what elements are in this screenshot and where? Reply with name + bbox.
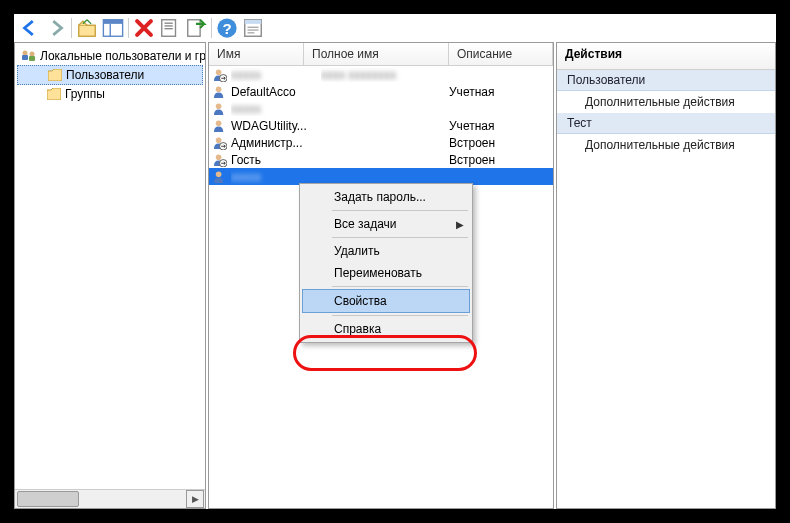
toolbar: ? — [14, 14, 776, 42]
tree-hscrollbar[interactable]: ▶ — [15, 489, 205, 508]
actions-group-users[interactable]: Пользователи — [557, 70, 775, 91]
forward-button[interactable] — [44, 16, 68, 40]
cell-description: Учетная — [449, 119, 553, 133]
svg-rect-6 — [165, 25, 173, 26]
svg-rect-0 — [79, 25, 96, 36]
cell-description: Учетная — [449, 85, 553, 99]
column-description[interactable]: Описание — [449, 43, 553, 65]
menu-separator — [332, 315, 468, 316]
menu-separator — [332, 237, 468, 238]
cell-name: DefaultAcco — [231, 85, 321, 99]
svg-rect-17 — [22, 55, 28, 60]
menu-properties[interactable]: Свойства — [302, 289, 470, 313]
column-fullname[interactable]: Полное имя — [304, 43, 449, 65]
svg-rect-15 — [248, 32, 255, 33]
svg-point-18 — [30, 52, 35, 57]
tree-item-groups[interactable]: Группы — [17, 85, 203, 103]
svg-rect-19 — [29, 56, 35, 61]
tree-item-label: Группы — [65, 87, 105, 101]
cell-name: WDAGUtility... — [231, 119, 321, 133]
user-icon — [213, 136, 227, 150]
svg-rect-12 — [245, 20, 262, 24]
scrollbar-thumb[interactable] — [17, 491, 79, 507]
cell-description: Встроен — [449, 136, 553, 150]
cell-name: xxxxx — [231, 102, 321, 116]
tree-pane: Локальные пользователи и группы Пользова… — [14, 42, 206, 509]
show-hide-button[interactable] — [101, 16, 125, 40]
tree-root[interactable]: Локальные пользователи и группы — [17, 47, 203, 65]
user-row[interactable]: xxxxxxxxx xxxxxxxx — [209, 66, 553, 83]
scrollbar-right-arrow[interactable]: ▶ — [186, 490, 204, 508]
context-menu: Задать пароль... Все задачи ▶ Удалить Пе… — [299, 183, 473, 343]
svg-rect-13 — [248, 27, 259, 28]
svg-rect-5 — [165, 23, 173, 24]
list-pane: Имя Полное имя Описание xxxxxxxxx xxxxxx… — [208, 42, 554, 509]
back-button[interactable] — [18, 16, 42, 40]
cell-name: Гость — [231, 153, 321, 167]
svg-rect-14 — [248, 29, 259, 30]
delete-button[interactable] — [132, 16, 156, 40]
user-row[interactable]: xxxxx — [209, 100, 553, 117]
user-row[interactable]: WDAGUtility...Учетная — [209, 117, 553, 134]
actions-pane: Действия Пользователи Дополнительные дей… — [556, 42, 776, 509]
actions-more-1[interactable]: Дополнительные действия — [557, 91, 775, 113]
toolbar-sep — [128, 18, 129, 38]
svg-rect-8 — [188, 20, 200, 37]
submenu-arrow-icon: ▶ — [456, 219, 464, 230]
tree-item-label: Пользователи — [66, 68, 144, 82]
tree-item-users[interactable]: Пользователи — [17, 65, 203, 85]
users-groups-icon — [21, 49, 37, 63]
user-icon — [213, 153, 227, 167]
list-header: Имя Полное имя Описание — [209, 43, 553, 66]
svg-rect-7 — [165, 28, 173, 29]
svg-point-23 — [216, 103, 222, 109]
cell-name: xxxxx — [231, 68, 321, 82]
list-body: xxxxxxxxx xxxxxxxxDefaultAccoУчетнаяxxxx… — [209, 66, 553, 185]
actions-group-test[interactable]: Тест — [557, 113, 775, 134]
actions-more-2[interactable]: Дополнительные действия — [557, 134, 775, 156]
menu-all-tasks[interactable]: Все задачи ▶ — [302, 213, 470, 235]
user-icon — [213, 85, 227, 99]
user-row[interactable]: DefaultAccoУчетная — [209, 83, 553, 100]
tree-root-label: Локальные пользователи и группы — [40, 49, 205, 63]
menu-delete[interactable]: Удалить — [302, 240, 470, 262]
toolbar-sep — [211, 18, 212, 38]
export-button[interactable] — [184, 16, 208, 40]
user-row[interactable]: ГостьВстроен — [209, 151, 553, 168]
help-button[interactable]: ? — [215, 16, 239, 40]
properties-button[interactable] — [241, 16, 265, 40]
svg-text:?: ? — [222, 20, 231, 37]
user-icon — [213, 102, 227, 116]
svg-rect-2 — [103, 20, 122, 24]
menu-separator — [332, 210, 468, 211]
user-icon — [213, 68, 227, 82]
column-name[interactable]: Имя — [209, 43, 304, 65]
svg-point-22 — [216, 86, 222, 92]
folder-icon — [48, 69, 62, 81]
user-icon — [213, 119, 227, 133]
mmc-window: ? Локальные пользователи и группы Пользо… — [0, 0, 790, 523]
svg-point-16 — [23, 51, 28, 56]
toolbar-sep — [71, 18, 72, 38]
user-icon — [213, 170, 227, 184]
svg-point-29 — [216, 171, 222, 177]
folder-icon — [47, 88, 61, 100]
user-row[interactable]: Администр...Встроен — [209, 134, 553, 151]
menu-help[interactable]: Справка — [302, 318, 470, 340]
cell-description: Встроен — [449, 153, 553, 167]
menu-item-label: Все задачи — [334, 217, 397, 231]
svg-point-24 — [216, 120, 222, 126]
menu-rename[interactable]: Переименовать — [302, 262, 470, 284]
menu-set-password[interactable]: Задать пароль... — [302, 186, 470, 208]
svg-point-25 — [216, 137, 222, 143]
cell-name: xxxxx — [231, 170, 321, 184]
up-button[interactable] — [75, 16, 99, 40]
actions-header: Действия — [557, 43, 775, 70]
cell-fullname: xxxx xxxxxxxx — [321, 68, 449, 82]
svg-point-27 — [216, 154, 222, 160]
tree: Локальные пользователи и группы Пользова… — [15, 43, 205, 490]
menu-separator — [332, 286, 468, 287]
svg-point-20 — [216, 69, 222, 75]
refresh-button[interactable] — [158, 16, 182, 40]
cell-name: Администр... — [231, 136, 321, 150]
